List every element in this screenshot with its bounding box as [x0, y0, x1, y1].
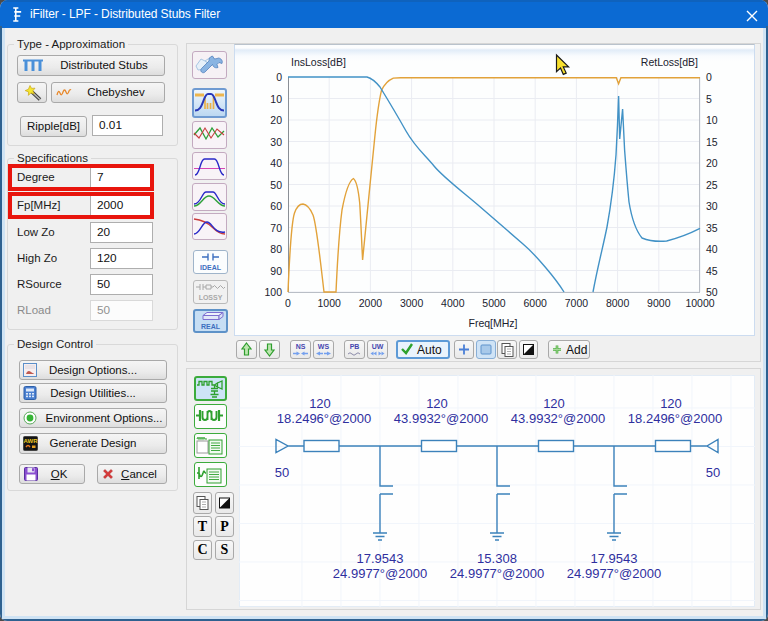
svg-text:20: 20	[706, 157, 718, 169]
svg-text:6000: 6000	[524, 297, 548, 309]
svg-text:REAL: REAL	[201, 323, 221, 330]
svg-text:IDEAL: IDEAL	[200, 264, 222, 271]
svg-text:90: 90	[270, 265, 282, 277]
svg-text:18.2496°@2000: 18.2496°@2000	[628, 411, 722, 426]
svg-text:10: 10	[270, 93, 282, 105]
svg-text:80: 80	[270, 243, 282, 255]
svg-text:Auto: Auto	[417, 343, 442, 357]
svg-text:PB: PB	[350, 343, 360, 350]
svg-text:AWR: AWR	[24, 438, 39, 444]
svg-text:25: 25	[706, 179, 718, 191]
svg-text:InsLoss[dB]: InsLoss[dB]	[291, 56, 346, 68]
svg-text:5000: 5000	[482, 297, 506, 309]
svg-text:45: 45	[706, 265, 718, 277]
svg-text:WS: WS	[318, 343, 330, 350]
svg-text:10000: 10000	[685, 297, 714, 309]
svg-text:120: 120	[426, 396, 448, 411]
svg-text:40: 40	[270, 157, 282, 169]
svg-text:UW: UW	[372, 343, 384, 350]
svg-text:17.9543: 17.9543	[591, 551, 638, 566]
svg-text:10: 10	[706, 114, 718, 126]
svg-text:18.2496°@2000: 18.2496°@2000	[277, 411, 371, 426]
svg-text:Add: Add	[566, 343, 587, 357]
svg-text:50: 50	[706, 465, 720, 480]
svg-text:43.9932°@2000: 43.9932°@2000	[394, 411, 488, 426]
svg-text:0: 0	[276, 71, 282, 83]
svg-text:60: 60	[270, 200, 282, 212]
svg-text:5: 5	[706, 93, 712, 105]
svg-text:30: 30	[270, 136, 282, 148]
svg-text:24.9977°@2000: 24.9977°@2000	[333, 566, 427, 581]
svg-text:120: 120	[660, 396, 682, 411]
svg-text:20: 20	[270, 114, 282, 126]
svg-text:0: 0	[285, 297, 291, 309]
svg-text:LOSSY: LOSSY	[199, 294, 223, 301]
svg-text:35: 35	[706, 222, 718, 234]
svg-text:50: 50	[270, 179, 282, 191]
svg-text:120: 120	[543, 396, 565, 411]
svg-text:30: 30	[706, 200, 718, 212]
svg-text:0: 0	[706, 71, 712, 83]
svg-text:120: 120	[309, 396, 331, 411]
svg-text:RetLoss[dB]: RetLoss[dB]	[641, 56, 698, 68]
svg-text:100: 100	[264, 286, 282, 298]
svg-text:70: 70	[270, 222, 282, 234]
svg-text:24.9977°@2000: 24.9977°@2000	[450, 566, 544, 581]
svg-text:17.9543: 17.9543	[357, 551, 404, 566]
svg-text:15: 15	[706, 136, 718, 148]
svg-text:9000: 9000	[647, 297, 671, 309]
svg-text:2000: 2000	[359, 297, 383, 309]
svg-text:50: 50	[275, 465, 289, 480]
svg-text:Freq[MHz]: Freq[MHz]	[468, 317, 517, 329]
svg-text:40: 40	[706, 243, 718, 255]
svg-text:24.9977°@2000: 24.9977°@2000	[567, 566, 661, 581]
svg-text:4000: 4000	[441, 297, 465, 309]
svg-text:8000: 8000	[606, 297, 630, 309]
svg-text:1000: 1000	[318, 297, 342, 309]
svg-text:3000: 3000	[400, 297, 424, 309]
svg-text:7000: 7000	[565, 297, 589, 309]
svg-text:NS: NS	[296, 343, 306, 350]
svg-text:43.9932°@2000: 43.9932°@2000	[511, 411, 605, 426]
svg-text:15.308: 15.308	[477, 551, 517, 566]
